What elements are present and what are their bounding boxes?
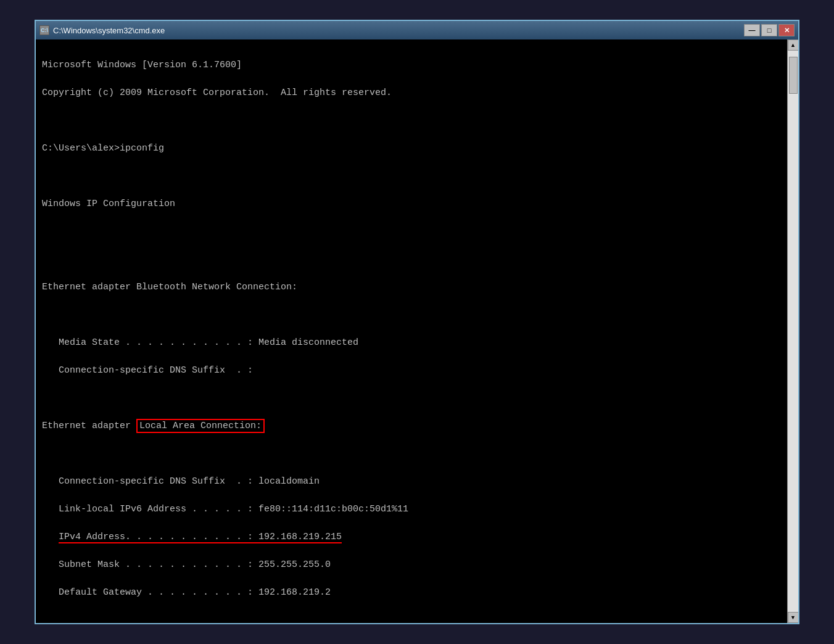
window-title: C:\Windows\system32\cmd.exe [53,26,165,35]
ipv4-underline: IPv4 Address. . . . . . . . . . . : 192.… [59,532,342,543]
line-local-dns: Connection-specific DNS Suffix . : local… [42,475,781,489]
title-bar-left: C:\ C:\Windows\system32\cmd.exe [39,25,165,35]
line-local-ipv6: Link-local IPv6 Address . . . . . : fe80… [42,503,781,517]
line-8 [42,253,781,267]
minimize-button[interactable]: — [744,24,760,36]
line-local-subnet: Subnet Mask . . . . . . . . . . . : 255.… [42,558,781,572]
maximize-button[interactable]: □ [761,24,777,36]
line-10 [42,392,781,406]
line-local-header: Ethernet adapter Local Area Connection: [42,419,781,434]
line-local-ipv4: IPv4 Address. . . . . . . . . . . : 192.… [42,530,781,545]
line-11 [42,447,781,461]
line-bt-dns: Connection-specific DNS Suffix . : [42,364,781,378]
window-icon: C:\ [39,25,49,35]
title-buttons: — □ ✕ [744,24,795,36]
line-2: Copyright (c) 2009 Microsoft Corporation… [42,86,781,101]
line-6: Windows IP Configuration [42,197,781,212]
line-12 [42,614,781,624]
line-7 [42,225,781,239]
line-bluetooth-header: Ethernet adapter Bluetooth Network Conne… [42,281,781,295]
scroll-down-arrow[interactable]: ▼ [788,612,799,623]
line-5 [42,170,781,184]
line-local-gateway: Default Gateway . . . . . . . . . : 192.… [42,586,781,600]
title-bar: C:\ C:\Windows\system32\cmd.exe — □ ✕ [36,21,798,39]
line-3 [42,114,781,128]
content-area: Microsoft Windows [Version 6.1.7600] Cop… [36,39,798,623]
close-button[interactable]: ✕ [778,24,795,36]
local-area-highlight: Local Area Connection: [136,419,265,433]
scroll-track[interactable] [788,51,798,612]
line-1: Microsoft Windows [Version 6.1.7600] [42,59,781,73]
scrollbar[interactable]: ▲ ▼ [787,39,798,623]
terminal-output[interactable]: Microsoft Windows [Version 6.1.7600] Cop… [36,39,787,623]
cmd-window: C:\ C:\Windows\system32\cmd.exe — □ ✕ Mi… [35,20,799,624]
line-9 [42,308,781,323]
line-4: C:\Users\alex>ipconfig [42,142,781,156]
line-bt-media: Media State . . . . . . . . . . . : Medi… [42,336,781,350]
scroll-up-arrow[interactable]: ▲ [788,39,799,51]
scroll-thumb[interactable] [789,57,798,94]
